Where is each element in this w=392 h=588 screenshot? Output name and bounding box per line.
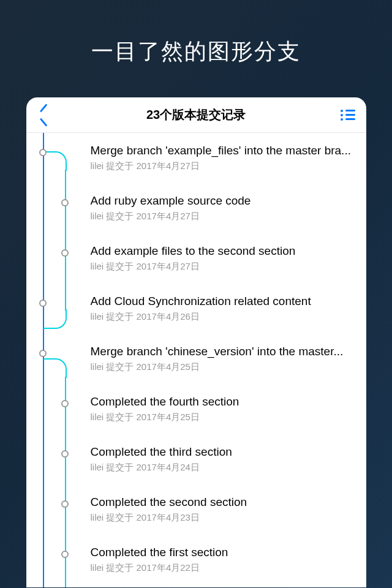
commit-dot-icon	[61, 551, 69, 558]
commit-title: Add example files to the second section	[91, 244, 354, 258]
commit-title: Merge branch 'chinese_version' into the …	[91, 345, 354, 358]
commit-dot-icon	[39, 149, 47, 156]
commit-meta: lilei 提交于 2017年4月27日	[91, 211, 354, 222]
commit-item[interactable]: Merge branch 'chinese_version' into the …	[26, 334, 366, 384]
commit-dot-icon	[61, 249, 69, 257]
chevron-left-icon	[40, 108, 49, 123]
commit-meta: lilei 提交于 2017年4月25日	[91, 361, 354, 373]
commit-meta: lilei 提交于 2017年4月27日	[91, 261, 354, 273]
commit-item[interactable]: Add ruby example source code lilei 提交于 2…	[26, 183, 366, 233]
commit-dot-icon	[61, 199, 69, 206]
commit-meta: lilei 提交于 2017年4月26日	[91, 311, 354, 323]
commit-title: Add ruby example source code	[91, 194, 354, 208]
nav-title: 23个版本提交记录	[146, 107, 246, 123]
commit-item[interactable]: Merge branch 'example_files' into the ma…	[26, 133, 366, 183]
commit-dot-icon	[61, 500, 69, 508]
commit-title: Add Cloud Synchronization related conten…	[91, 295, 354, 308]
commit-item[interactable]: Add Cloud Synchronization related conten…	[26, 284, 366, 334]
commit-item[interactable]: Completed the first section lilei 提交于 20…	[26, 535, 366, 585]
view-mode-button[interactable]	[334, 102, 361, 129]
commit-dot-icon	[61, 400, 69, 407]
commit-title: Completed the fourth section	[91, 395, 354, 409]
list-icon	[341, 110, 355, 121]
commit-title: Completed the third section	[91, 445, 354, 459]
back-button[interactable]	[31, 102, 58, 129]
commit-item[interactable]: Add example files to the second section …	[26, 233, 366, 284]
commit-item[interactable]: Completed the fourth section lilei 提交于 2…	[26, 384, 366, 434]
commit-meta: lilei 提交于 2017年4月22日	[91, 562, 354, 574]
tagline: 一目了然的图形分支	[0, 0, 392, 97]
phone-frame: 23个版本提交记录 Merge branch 'example_files' i…	[26, 97, 366, 587]
commit-meta: lilei 提交于 2017年4月27日	[91, 160, 354, 172]
commit-dot-icon	[39, 350, 47, 357]
commit-dot-icon	[39, 300, 47, 307]
commit-title: Completed the second section	[91, 496, 354, 509]
commit-meta: lilei 提交于 2017年4月25日	[91, 412, 354, 423]
nav-bar: 23个版本提交记录	[26, 97, 366, 133]
commit-meta: lilei 提交于 2017年4月23日	[91, 512, 354, 524]
commit-item[interactable]: Completed the third section lilei 提交于 20…	[26, 434, 366, 484]
commit-meta: lilei 提交于 2017年4月24日	[91, 462, 354, 473]
commit-title: Completed the first section	[91, 546, 354, 559]
commit-list[interactable]: Merge branch 'example_files' into the ma…	[26, 133, 366, 587]
commit-item[interactable]: Completed the second section lilei 提交于 2…	[26, 484, 366, 535]
commit-title: Merge branch 'example_files' into the ma…	[91, 144, 354, 157]
commit-dot-icon	[61, 450, 69, 458]
